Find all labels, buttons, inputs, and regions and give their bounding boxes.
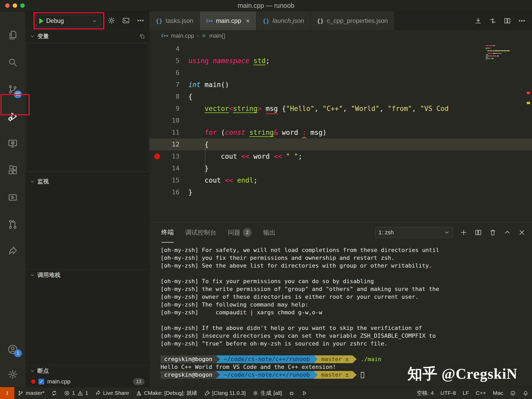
watch-section-header[interactable]: 监视	[25, 176, 149, 187]
breadcrumb-file[interactable]: main.cpp	[171, 32, 194, 39]
minimap[interactable]	[486, 44, 510, 61]
call-stack-view[interactable]	[25, 281, 149, 365]
editor-group: {} tasks.json C++ main.cpp × {} launch.j…	[149, 11, 532, 387]
sidebar-item-test-explorer[interactable]	[0, 184, 25, 211]
problems-status[interactable]: 1 1	[61, 387, 91, 399]
maximize-panel-icon[interactable]	[503, 229, 511, 236]
compare-changes-icon[interactable]	[489, 17, 497, 25]
cmake-run-button[interactable]	[298, 387, 311, 399]
variables-section-header[interactable]: 变量	[25, 30, 149, 42]
terminal-line: [oh-my-zsh] For safety, we will not load…	[161, 246, 532, 254]
more-actions-icon[interactable]	[518, 17, 526, 25]
tab-c-cpp-properties-json[interactable]: {} c_cpp_properties.json	[311, 11, 394, 30]
code-line-16[interactable]: 16}	[149, 186, 532, 198]
cmake-debug-button[interactable]	[285, 387, 298, 399]
line-number: 14	[165, 162, 179, 174]
collapse-all-icon[interactable]	[139, 34, 145, 39]
breakpoint-margin[interactable]	[149, 91, 165, 103]
git-branch-status[interactable]: master*	[14, 387, 48, 399]
code-line-11[interactable]: 11 for (const string& word : msg)	[149, 127, 532, 138]
sidebar-item-search[interactable]	[0, 49, 25, 76]
indentation-status[interactable]: 空格: 4	[413, 387, 437, 399]
tab-problems[interactable]: 问题 2	[228, 222, 252, 243]
line-number: 15	[165, 174, 179, 186]
code-line-9[interactable]: 9 vector<string> msg {"Hello", "C++", "W…	[149, 103, 532, 115]
eol-status[interactable]: LF	[459, 387, 473, 399]
sidebar-item-extensions[interactable]	[0, 157, 25, 184]
tab-debug-console[interactable]: 调试控制台	[185, 222, 216, 243]
code-line-7[interactable]: 7int main()	[149, 79, 532, 91]
kill-terminal-icon[interactable]	[489, 229, 497, 236]
close-tab-icon[interactable]: ×	[246, 17, 250, 25]
open-debug-console-button[interactable]	[122, 17, 130, 25]
json-file-icon: {}	[317, 18, 324, 24]
breakpoint-margin[interactable]	[149, 67, 165, 79]
tab-terminal[interactable]: 终端	[161, 222, 174, 243]
feedback-button[interactable]	[507, 387, 519, 399]
tab-tasks-json[interactable]: {} tasks.json	[149, 11, 200, 30]
breakpoint-margin[interactable]	[149, 174, 165, 186]
code-line-6[interactable]: 6	[149, 67, 532, 79]
sidebar-item-explorer[interactable]	[0, 22, 25, 49]
settings-button[interactable]	[0, 362, 25, 387]
breakpoint-margin[interactable]	[149, 150, 165, 162]
cpp-config-status[interactable]: Mac	[489, 387, 507, 399]
breakpoints-section-header[interactable]: 断点	[25, 365, 149, 376]
watch-view[interactable]	[25, 187, 149, 269]
accounts-button[interactable]: 1	[0, 337, 25, 362]
breakpoint-margin[interactable]	[149, 162, 165, 174]
breakpoint-margin[interactable]	[149, 115, 165, 127]
minimap-line	[486, 57, 510, 58]
code-text: for (const string& word : msg)	[188, 127, 327, 138]
powerline-separator	[314, 371, 318, 379]
notifications-button[interactable]	[519, 387, 532, 399]
code-line-4[interactable]: 4	[149, 43, 532, 55]
tab-launch-json[interactable]: {} launch.json	[256, 11, 311, 30]
new-terminal-icon[interactable]	[460, 229, 468, 236]
encoding-status[interactable]: UTF-8	[437, 387, 460, 399]
download-icon[interactable]	[474, 17, 482, 25]
kit-selection-status[interactable]: [Clang 11.0.3]	[201, 387, 249, 399]
tab-output[interactable]: 输出	[263, 222, 276, 243]
variables-view[interactable]	[26, 43, 149, 172]
sidebar-item-live-share[interactable]	[0, 238, 25, 265]
cmake-build-button[interactable]: 生成 [all]	[249, 387, 285, 399]
terminal-shell-select[interactable]: 1: zsh	[375, 227, 453, 238]
gear-icon	[252, 390, 258, 396]
language-mode-status[interactable]: C++	[473, 387, 490, 399]
tab-main-cpp[interactable]: C++ main.cpp ×	[200, 11, 256, 30]
breakpoint-dot[interactable]	[154, 154, 160, 159]
breakpoint-margin[interactable]	[149, 103, 165, 115]
code-line-15[interactable]: 15 cout << endl;	[149, 174, 532, 186]
code-line-8[interactable]: 8{	[149, 91, 532, 103]
split-editor-icon[interactable]	[503, 17, 511, 25]
line-number: 10	[165, 115, 179, 127]
code-line-14[interactable]: 14 }	[149, 162, 532, 174]
breakpoint-checkbox[interactable]: ✓	[38, 379, 44, 384]
live-share-status[interactable]: Live Share	[92, 387, 132, 399]
sidebar-item-pull-requests[interactable]	[0, 211, 25, 238]
sidebar-item-remote-explorer[interactable]	[0, 130, 25, 157]
call-stack-section-header[interactable]: 调用堆栈	[25, 269, 149, 281]
more-actions-button[interactable]	[137, 17, 144, 25]
close-panel-icon[interactable]	[518, 229, 526, 236]
code-line-5[interactable]: 5using namespace std;	[149, 55, 532, 67]
split-terminal-icon[interactable]	[474, 229, 482, 236]
breakpoint-margin[interactable]	[149, 43, 165, 55]
code-line-13[interactable]: 13 cout << word << " ";	[149, 150, 532, 162]
code-editor[interactable]: 45using namespace std;67int main()8{9 ve…	[149, 41, 532, 222]
breakpoint-margin[interactable]	[149, 138, 165, 150]
breakpoint-margin[interactable]	[149, 127, 165, 138]
cmake-status[interactable]: CMake: [Debug]: 就绪	[132, 387, 201, 399]
code-line-10[interactable]: 10	[149, 115, 532, 127]
breakpoint-margin[interactable]	[149, 186, 165, 198]
breadcrumb-symbol[interactable]: main()	[209, 32, 225, 39]
configure-launch-button[interactable]	[108, 17, 115, 25]
breakpoint-margin[interactable]	[149, 55, 165, 67]
breakpoint-margin[interactable]	[149, 79, 165, 91]
remote-indicator[interactable]	[0, 387, 14, 399]
breakpoint-list-item[interactable]: ✓ main.cpp 13	[25, 376, 149, 387]
warning-icon	[77, 390, 83, 396]
sync-button[interactable]	[48, 387, 61, 399]
code-line-12[interactable]: 12 {	[149, 138, 532, 150]
